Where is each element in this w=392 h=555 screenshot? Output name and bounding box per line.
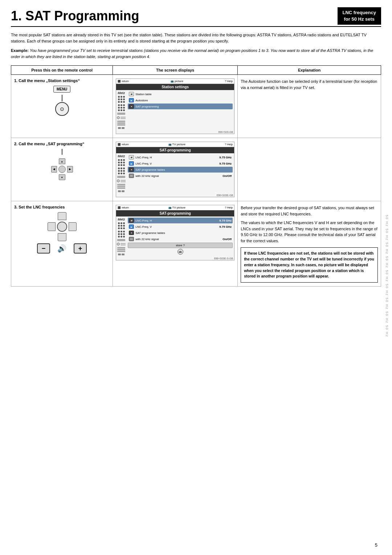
- step-2-screen-title: SAT-programming: [116, 147, 234, 153]
- example-label: Example:: [11, 48, 29, 53]
- minus-button: −: [37, 243, 50, 254]
- step-3-mockup: ⬛ return 📺 TV picture ? Help SAT-program…: [116, 205, 234, 260]
- step-1-left-panel: Metz: [116, 90, 126, 130]
- menu-lnc-h: ⇄ LNC-Freq. H 9.75 GHz: [128, 154, 233, 160]
- step-3-menu: ⇄ LNC-Freq. H 9.75 GHz ▶ LNC-Freq. V 9.7…: [126, 216, 234, 257]
- step-3-explain: Before your transfer the desired group o…: [238, 201, 381, 287]
- menu-22khz-s3: AV with 22 kHz signal On/Off: [128, 236, 233, 242]
- col-header-screen: The screen displays: [113, 66, 238, 75]
- step-1-screen: ⬛ return 📺 picture ? Help Station settin…: [113, 75, 238, 138]
- step-2-code: 696+S03E-GB: [116, 194, 234, 197]
- step-3-topbar: ⬛ return 📺 TV picture ? Help: [116, 205, 234, 210]
- page-title: 1. SAT Programming: [11, 8, 139, 24]
- step-2-label: 2. Call the menu „SAT programming“: [14, 142, 110, 146]
- step-3-screen: ⬛ return 📺 TV picture ? Help SAT-program…: [113, 201, 238, 287]
- ok-button-area: ok: [128, 249, 233, 255]
- menu-station-table: ⇄ Station table: [128, 91, 233, 97]
- menu-autostore: ▶ Autostore: [128, 97, 233, 103]
- store-row: store ?: [128, 243, 233, 248]
- menu-sat-prog-tables: ● SAT programme tables: [128, 167, 233, 173]
- step-2-menu: ⇄ LNC-Freq. H 9.75 GHz ▶ LNC-Freq. V 9.7…: [126, 153, 234, 194]
- step-1-row: 1. Call the menu „Station settings“ MENU…: [11, 75, 381, 138]
- step-1-press: 1. Call the menu „Station settings“ MENU…: [11, 75, 113, 138]
- step-2-topbar: ⬛ return 📺 TV picture ? Help: [116, 142, 234, 147]
- menu-22khz: AV with 22 kHz signal On/Off: [128, 173, 233, 179]
- step-3-remote: − 🔊 +: [14, 212, 110, 254]
- title-area: 1. SAT Programming LNC frequency for 50 …: [11, 7, 381, 27]
- speaker-icon: 🔊: [57, 244, 66, 253]
- step-2-press: 2. Call the menu „SAT programming“ ▲ ▼ ◀…: [11, 138, 113, 201]
- lnc-badge: LNC frequency for 50 Hz sets: [338, 7, 381, 25]
- big-nav-cross: [48, 212, 77, 241]
- step-2-row: 2. Call the menu „SAT programming“ ▲ ▼ ◀…: [11, 138, 381, 201]
- example-paragraph: Example: You have programmed your TV set…: [11, 48, 381, 60]
- step-3-row: 3. Set the LNC frequencies − 🔊 +: [11, 201, 381, 287]
- step-1-screen-title: Station settings: [116, 84, 234, 90]
- warning-box: If these LNC frequencies are not set, th…: [241, 247, 378, 283]
- pm-row: − 🔊 +: [37, 243, 87, 254]
- step-3-explanation-p2: The values to which the LNC frequencies …: [241, 220, 378, 244]
- instruction-table: Press this on the remote control The scr…: [11, 65, 381, 287]
- step-2-left-panel: Metz: [116, 153, 126, 194]
- step-2-screen-body: Metz: [116, 153, 234, 194]
- step-2-mockup: ⬛ return 📺 TV picture ? Help SAT-program…: [116, 142, 234, 197]
- step-1-explanation: The Autostore function can be selected o…: [241, 78, 378, 90]
- step-3-screen-body: Metz: [116, 216, 234, 257]
- step-1-menu: ⇄ Station table ▶ Autostore ● SAT progra…: [126, 90, 234, 130]
- menu-lnc-v: ▶ LNC-Freq. V 9.75 GHz: [128, 161, 233, 166]
- step-1-topbar: ⬛ return 📺 picture ? Help: [116, 79, 234, 84]
- step-3-press: 3. Set the LNC frequencies − 🔊 +: [11, 201, 113, 287]
- col-header-explain: Explanation: [238, 66, 381, 75]
- step-1-code: 696+S03-GB: [116, 130, 234, 134]
- step-3-label: 3. Set the LNC frequencies: [14, 205, 110, 209]
- intro-paragraph: The most popular SAT stations are alread…: [11, 32, 381, 44]
- step-1-mockup: ⬛ return 📺 picture ? Help Station settin…: [116, 78, 234, 134]
- page-number: 5: [375, 542, 377, 548]
- step-1-explain: The Autostore function can be selected o…: [238, 75, 381, 138]
- step-3-screen-title: SAT-programming: [116, 210, 234, 216]
- menu-lnc-h-s3: ⇄ LNC-Freq. H 9.75 GHz: [128, 218, 233, 223]
- step-2-explain: [238, 138, 381, 201]
- step-3-explanation-p1: Before your transfer the desired group o…: [241, 205, 378, 217]
- col-header-press: Press this on the remote control: [11, 66, 113, 75]
- menu-sat-programming: ● SAT programming: [128, 104, 233, 109]
- menu-lnc-v-s3: ▶ LNC-Freq. V 9.75 GHz: [128, 224, 233, 230]
- nav-cross: ▲ ▼ ◀ ▶: [51, 158, 73, 180]
- step-1-remote: MENU ⊙: [14, 86, 110, 116]
- side-watermark: 50 Hz 50 Hz 50 Hz 50 Hz 50 Hz 50 Hz 50 H…: [382, 22, 392, 530]
- step-3-left-panel: Metz: [116, 216, 126, 257]
- watermark-text: 50 Hz 50 Hz 50 Hz 50 Hz 50 Hz 50 Hz 50 H…: [385, 215, 389, 337]
- step-3-code: 696+S03E-S-GB: [116, 257, 234, 260]
- step-2-screen: ⬛ return 📺 TV picture ? Help SAT-program…: [113, 138, 238, 201]
- example-body: You have programmed your TV set to recei…: [11, 48, 373, 59]
- ok-circle: ok: [177, 249, 183, 255]
- plus-button: +: [74, 243, 87, 254]
- step-1-label: 1. Call the menu „Station settings“: [14, 78, 110, 83]
- menu-sat-tables-s3: ● SAT programme tables: [128, 230, 233, 236]
- step-1-screen-body: Metz: [116, 90, 234, 130]
- remote-circle: ⊙: [55, 102, 69, 116]
- menu-button: MENU: [53, 86, 70, 93]
